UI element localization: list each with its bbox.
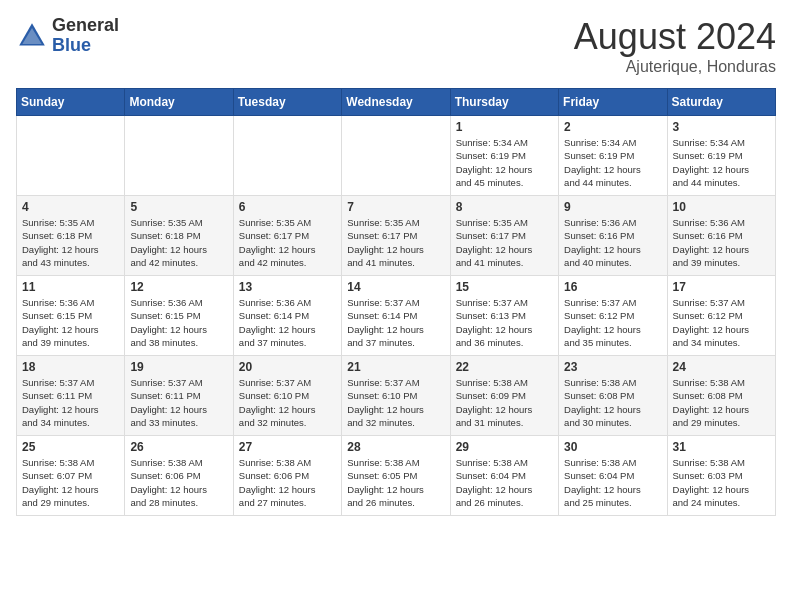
calendar-day: 29Sunrise: 5:38 AM Sunset: 6:04 PM Dayli…	[450, 436, 558, 516]
day-number: 27	[239, 440, 336, 454]
day-info: Sunrise: 5:38 AM Sunset: 6:09 PM Dayligh…	[456, 376, 553, 429]
day-number: 16	[564, 280, 661, 294]
day-info: Sunrise: 5:37 AM Sunset: 6:12 PM Dayligh…	[673, 296, 770, 349]
calendar-day: 7Sunrise: 5:35 AM Sunset: 6:17 PM Daylig…	[342, 196, 450, 276]
day-info: Sunrise: 5:38 AM Sunset: 6:06 PM Dayligh…	[239, 456, 336, 509]
calendar-day: 5Sunrise: 5:35 AM Sunset: 6:18 PM Daylig…	[125, 196, 233, 276]
day-number: 26	[130, 440, 227, 454]
calendar-day: 2Sunrise: 5:34 AM Sunset: 6:19 PM Daylig…	[559, 116, 667, 196]
day-info: Sunrise: 5:38 AM Sunset: 6:04 PM Dayligh…	[564, 456, 661, 509]
empty-day	[17, 116, 125, 196]
day-number: 1	[456, 120, 553, 134]
calendar-day: 1Sunrise: 5:34 AM Sunset: 6:19 PM Daylig…	[450, 116, 558, 196]
page-header: General Blue August 2024 Ajuterique, Hon…	[16, 16, 776, 76]
day-info: Sunrise: 5:35 AM Sunset: 6:18 PM Dayligh…	[22, 216, 119, 269]
logo-blue: Blue	[52, 36, 119, 56]
day-number: 22	[456, 360, 553, 374]
day-number: 19	[130, 360, 227, 374]
day-info: Sunrise: 5:34 AM Sunset: 6:19 PM Dayligh…	[456, 136, 553, 189]
logo-general: General	[52, 16, 119, 36]
day-number: 24	[673, 360, 770, 374]
day-info: Sunrise: 5:37 AM Sunset: 6:11 PM Dayligh…	[130, 376, 227, 429]
calendar-day: 20Sunrise: 5:37 AM Sunset: 6:10 PM Dayli…	[233, 356, 341, 436]
calendar-day: 30Sunrise: 5:38 AM Sunset: 6:04 PM Dayli…	[559, 436, 667, 516]
calendar-day: 9Sunrise: 5:36 AM Sunset: 6:16 PM Daylig…	[559, 196, 667, 276]
day-info: Sunrise: 5:37 AM Sunset: 6:10 PM Dayligh…	[239, 376, 336, 429]
logo-text: General Blue	[52, 16, 119, 56]
logo: General Blue	[16, 16, 119, 56]
day-number: 14	[347, 280, 444, 294]
weekday-header: Tuesday	[233, 89, 341, 116]
day-info: Sunrise: 5:38 AM Sunset: 6:06 PM Dayligh…	[130, 456, 227, 509]
day-number: 13	[239, 280, 336, 294]
calendar-day: 22Sunrise: 5:38 AM Sunset: 6:09 PM Dayli…	[450, 356, 558, 436]
day-info: Sunrise: 5:38 AM Sunset: 6:05 PM Dayligh…	[347, 456, 444, 509]
day-number: 9	[564, 200, 661, 214]
day-info: Sunrise: 5:37 AM Sunset: 6:13 PM Dayligh…	[456, 296, 553, 349]
day-info: Sunrise: 5:38 AM Sunset: 6:03 PM Dayligh…	[673, 456, 770, 509]
day-number: 6	[239, 200, 336, 214]
empty-day	[125, 116, 233, 196]
calendar-day: 27Sunrise: 5:38 AM Sunset: 6:06 PM Dayli…	[233, 436, 341, 516]
day-number: 4	[22, 200, 119, 214]
day-number: 18	[22, 360, 119, 374]
day-number: 5	[130, 200, 227, 214]
location: Ajuterique, Honduras	[574, 58, 776, 76]
calendar-day: 10Sunrise: 5:36 AM Sunset: 6:16 PM Dayli…	[667, 196, 775, 276]
calendar-day: 16Sunrise: 5:37 AM Sunset: 6:12 PM Dayli…	[559, 276, 667, 356]
day-number: 20	[239, 360, 336, 374]
day-info: Sunrise: 5:36 AM Sunset: 6:16 PM Dayligh…	[673, 216, 770, 269]
day-number: 8	[456, 200, 553, 214]
day-info: Sunrise: 5:38 AM Sunset: 6:08 PM Dayligh…	[564, 376, 661, 429]
month-year: August 2024	[574, 16, 776, 58]
calendar-day: 23Sunrise: 5:38 AM Sunset: 6:08 PM Dayli…	[559, 356, 667, 436]
day-info: Sunrise: 5:37 AM Sunset: 6:11 PM Dayligh…	[22, 376, 119, 429]
calendar-day: 8Sunrise: 5:35 AM Sunset: 6:17 PM Daylig…	[450, 196, 558, 276]
calendar-day: 19Sunrise: 5:37 AM Sunset: 6:11 PM Dayli…	[125, 356, 233, 436]
day-number: 17	[673, 280, 770, 294]
calendar-day: 18Sunrise: 5:37 AM Sunset: 6:11 PM Dayli…	[17, 356, 125, 436]
day-number: 30	[564, 440, 661, 454]
day-number: 2	[564, 120, 661, 134]
calendar-day: 15Sunrise: 5:37 AM Sunset: 6:13 PM Dayli…	[450, 276, 558, 356]
calendar-day: 21Sunrise: 5:37 AM Sunset: 6:10 PM Dayli…	[342, 356, 450, 436]
day-info: Sunrise: 5:36 AM Sunset: 6:15 PM Dayligh…	[22, 296, 119, 349]
day-info: Sunrise: 5:35 AM Sunset: 6:17 PM Dayligh…	[347, 216, 444, 269]
calendar-day: 26Sunrise: 5:38 AM Sunset: 6:06 PM Dayli…	[125, 436, 233, 516]
day-number: 15	[456, 280, 553, 294]
day-number: 29	[456, 440, 553, 454]
day-info: Sunrise: 5:36 AM Sunset: 6:15 PM Dayligh…	[130, 296, 227, 349]
calendar-table: SundayMondayTuesdayWednesdayThursdayFrid…	[16, 88, 776, 516]
calendar-day: 24Sunrise: 5:38 AM Sunset: 6:08 PM Dayli…	[667, 356, 775, 436]
day-number: 25	[22, 440, 119, 454]
calendar-day: 14Sunrise: 5:37 AM Sunset: 6:14 PM Dayli…	[342, 276, 450, 356]
weekday-header: Saturday	[667, 89, 775, 116]
calendar-day: 25Sunrise: 5:38 AM Sunset: 6:07 PM Dayli…	[17, 436, 125, 516]
day-info: Sunrise: 5:37 AM Sunset: 6:14 PM Dayligh…	[347, 296, 444, 349]
weekday-header: Thursday	[450, 89, 558, 116]
calendar-day: 31Sunrise: 5:38 AM Sunset: 6:03 PM Dayli…	[667, 436, 775, 516]
calendar-day: 3Sunrise: 5:34 AM Sunset: 6:19 PM Daylig…	[667, 116, 775, 196]
empty-day	[342, 116, 450, 196]
day-number: 21	[347, 360, 444, 374]
day-number: 28	[347, 440, 444, 454]
day-info: Sunrise: 5:35 AM Sunset: 6:17 PM Dayligh…	[239, 216, 336, 269]
logo-icon	[16, 20, 48, 52]
calendar-day: 4Sunrise: 5:35 AM Sunset: 6:18 PM Daylig…	[17, 196, 125, 276]
day-info: Sunrise: 5:36 AM Sunset: 6:16 PM Dayligh…	[564, 216, 661, 269]
calendar-day: 13Sunrise: 5:36 AM Sunset: 6:14 PM Dayli…	[233, 276, 341, 356]
day-number: 12	[130, 280, 227, 294]
empty-day	[233, 116, 341, 196]
day-info: Sunrise: 5:38 AM Sunset: 6:04 PM Dayligh…	[456, 456, 553, 509]
day-info: Sunrise: 5:37 AM Sunset: 6:10 PM Dayligh…	[347, 376, 444, 429]
weekday-header: Friday	[559, 89, 667, 116]
day-info: Sunrise: 5:36 AM Sunset: 6:14 PM Dayligh…	[239, 296, 336, 349]
calendar-day: 17Sunrise: 5:37 AM Sunset: 6:12 PM Dayli…	[667, 276, 775, 356]
day-number: 7	[347, 200, 444, 214]
weekday-header: Monday	[125, 89, 233, 116]
calendar-day: 28Sunrise: 5:38 AM Sunset: 6:05 PM Dayli…	[342, 436, 450, 516]
day-info: Sunrise: 5:34 AM Sunset: 6:19 PM Dayligh…	[564, 136, 661, 189]
calendar-day: 12Sunrise: 5:36 AM Sunset: 6:15 PM Dayli…	[125, 276, 233, 356]
day-info: Sunrise: 5:38 AM Sunset: 6:07 PM Dayligh…	[22, 456, 119, 509]
weekday-header: Sunday	[17, 89, 125, 116]
